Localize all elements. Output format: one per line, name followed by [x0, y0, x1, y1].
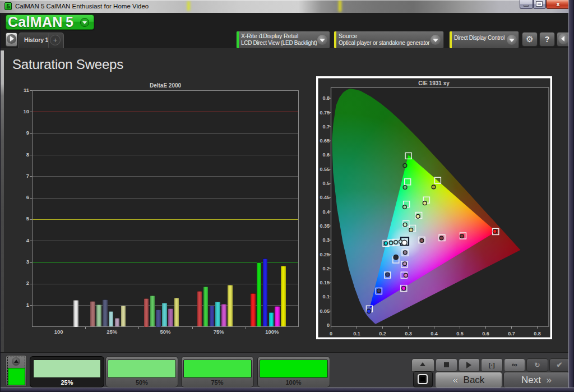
svg-text:0.4: 0.4 [430, 331, 438, 336]
svg-text:0.5: 0.5 [322, 181, 330, 186]
svg-text:0.5: 0.5 [456, 331, 464, 336]
svg-text:0.8: 0.8 [322, 95, 330, 101]
svg-text:0.1: 0.1 [322, 294, 330, 299]
svg-text:0.55: 0.55 [320, 166, 330, 172]
svg-text:0.2: 0.2 [379, 331, 386, 336]
svg-text:0.6: 0.6 [322, 152, 330, 158]
svg-text:0.3: 0.3 [322, 237, 330, 243]
svg-text:0.7: 0.7 [322, 123, 330, 129]
svg-text:0.2: 0.2 [322, 265, 330, 271]
svg-text:CIE 1931 xy: CIE 1931 xy [418, 80, 450, 86]
svg-text:0: 0 [330, 331, 332, 336]
svg-text:0.4: 0.4 [322, 209, 330, 214]
svg-text:0.7: 0.7 [508, 331, 515, 336]
svg-text:0.35: 0.35 [320, 223, 330, 228]
svg-text:0.75: 0.75 [320, 109, 330, 115]
svg-text:0.6: 0.6 [482, 331, 489, 336]
svg-text:0.1: 0.1 [353, 331, 360, 336]
svg-text:0.45: 0.45 [320, 195, 330, 200]
svg-text:0.25: 0.25 [320, 251, 330, 257]
svg-text:0.8: 0.8 [534, 331, 541, 336]
svg-text:0.15: 0.15 [320, 280, 330, 285]
svg-text:0.3: 0.3 [405, 331, 412, 336]
svg-text:0.65: 0.65 [320, 138, 330, 144]
svg-text:0: 0 [327, 322, 330, 328]
svg-text:0.05: 0.05 [320, 308, 330, 313]
